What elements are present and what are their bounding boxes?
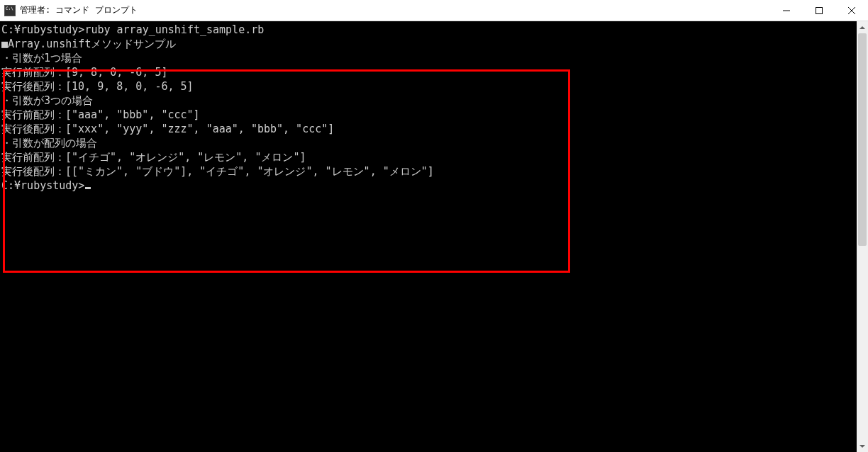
console-area: C:¥rubystudy>ruby array_unshift_sample.r… <box>0 21 868 452</box>
window-title: 管理者: コマンド プロンプト <box>20 4 138 16</box>
console-prompt: C:¥rubystudy> <box>1 179 84 192</box>
scrollbar-track[interactable] <box>857 33 868 440</box>
console-line: 実行後配列：[10, 9, 8, 0, -6, 5] <box>1 79 855 94</box>
console-line: ・引数が3つの場合 <box>1 94 855 108</box>
console-line: 実行前配列：["aaa", "bbb", "ccc"] <box>1 108 855 122</box>
console-content[interactable]: C:¥rubystudy>ruby array_unshift_sample.r… <box>0 21 857 452</box>
svg-rect-1 <box>816 8 823 14</box>
window-controls <box>770 0 868 21</box>
scrollbar-thumb[interactable] <box>858 33 867 246</box>
console-line: 実行後配列：[["ミカン", "ブドウ"], "イチゴ", "オレンジ", "レ… <box>1 164 855 179</box>
console-prompt-line: C:¥rubystudy> <box>1 179 855 193</box>
vertical-scrollbar[interactable] <box>857 21 868 452</box>
console-line: ・引数が配列の場合 <box>1 136 855 150</box>
maximize-button[interactable] <box>803 0 835 21</box>
close-button[interactable] <box>835 0 868 21</box>
console-line: ■Array.unshiftメソッドサンプル <box>1 37 855 51</box>
console-line: C:¥rubystudy>ruby array_unshift_sample.r… <box>1 23 855 37</box>
window-titlebar: 管理者: コマンド プロンプト <box>0 0 868 21</box>
scroll-down-button[interactable] <box>857 440 868 452</box>
console-line: ・引数が1つ場合 <box>1 51 855 65</box>
cmd-icon <box>4 5 16 16</box>
minimize-button[interactable] <box>770 0 803 21</box>
cursor-icon <box>85 187 91 189</box>
console-line: 実行前配列：["イチゴ", "オレンジ", "レモン", "メロン"] <box>1 150 855 164</box>
console-line: 実行前配列：[9, 8, 0, -6, 5] <box>1 65 855 79</box>
console-line: 実行後配列：["xxx", "yyy", "zzz", "aaa", "bbb"… <box>1 122 855 136</box>
scroll-up-button[interactable] <box>857 21 868 33</box>
